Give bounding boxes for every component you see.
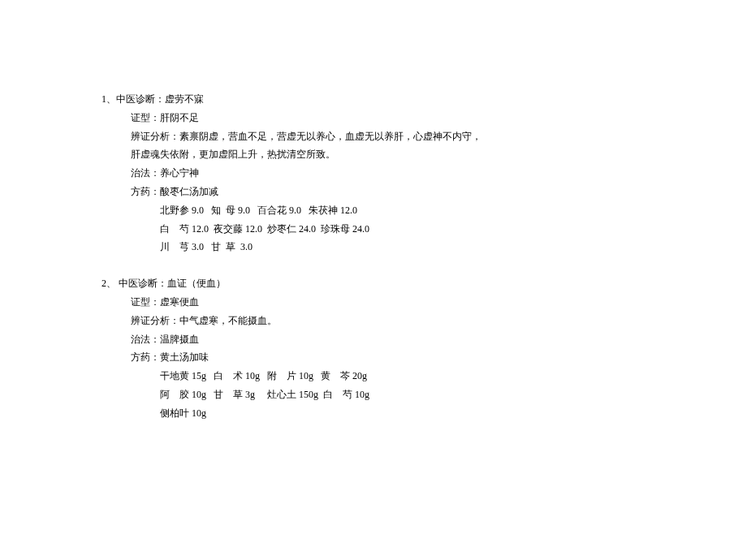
pattern-label: 证型：	[131, 112, 160, 123]
pattern-label: 证型：	[131, 296, 160, 308]
prescription-value: 黄土汤加味	[160, 351, 209, 363]
analysis-line: 辨证分析：素禀阴虚，营血不足，营虚无以养心，血虚无以养肝，心虚神不内守，	[101, 127, 747, 146]
diagnosis-line: 2、 中医诊断：血证（便血）	[101, 274, 747, 293]
diagnosis-label: 中医诊断：	[116, 278, 167, 289]
method-label: 治法：	[131, 167, 160, 179]
pattern-line: 证型：虚寒便血	[101, 293, 747, 312]
prescription-label: 方药：	[131, 351, 160, 363]
herb-line: 川 芎 3.0 甘 草 3.0	[101, 238, 747, 256]
analysis-label: 辨证分析：	[131, 315, 179, 326]
herb-line: 北野参 9.0 知 母 9.0 百合花 9.0 朱茯神 12.0	[101, 201, 747, 220]
case-number: 1、	[101, 93, 116, 105]
herb-line: 白 芍 12.0 夜交藤 12.0 炒枣仁 24.0 珍珠母 24.0	[101, 220, 747, 239]
analysis-value: 素禀阴虚，营血不足，营虚无以养心，血虚无以养肝，心虚神不内守，	[179, 131, 481, 142]
method-label: 治法：	[131, 334, 160, 345]
prescription-value: 酸枣仁汤加减	[160, 186, 218, 197]
method-value: 温脾摄血	[160, 334, 199, 345]
diagnosis-value: 虚劳不寐	[165, 93, 204, 105]
method-line: 治法：养心宁神	[101, 164, 747, 183]
case-2: 2、 中医诊断：血证（便血） 证型：虚寒便血 辨证分析：中气虚寒，不能摄血。 治…	[101, 274, 747, 422]
diagnosis-value: 血证（便血）	[167, 278, 226, 289]
analysis-line: 辨证分析：中气虚寒，不能摄血。	[101, 312, 747, 330]
pattern-value: 肝阴不足	[160, 112, 199, 123]
prescription-label: 方药：	[131, 186, 160, 197]
herb-line: 干地黄 15g 白 术 10g 附 片 10g 黄 芩 20g	[101, 367, 747, 386]
pattern-value: 虚寒便血	[160, 296, 199, 308]
prescription-line: 方药：酸枣仁汤加减	[101, 183, 747, 201]
case-1: 1、中医诊断：虚劳不寐 证型：肝阴不足 辨证分析：素禀阴虚，营血不足，营虚无以养…	[101, 90, 747, 256]
case-number: 2、	[101, 278, 116, 289]
analysis-value: 中气虚寒，不能摄血。	[179, 315, 277, 326]
herb-line: 侧柏叶 10g	[101, 404, 747, 423]
diagnosis-label: 中医诊断：	[116, 93, 165, 105]
analysis-label: 辨证分析：	[131, 131, 179, 142]
herb-line: 阿 胶 10g 甘 草 3g 灶心土 150g 白 芍 10g	[101, 386, 747, 404]
method-value: 养心宁神	[160, 167, 199, 179]
prescription-line: 方药：黄土汤加味	[101, 348, 747, 367]
method-line: 治法：温脾摄血	[101, 330, 747, 349]
diagnosis-line: 1、中医诊断：虚劳不寐	[101, 90, 747, 109]
analysis-continuation: 肝虚魂失依附，更加虚阳上升，热扰清空所致。	[101, 145, 747, 164]
pattern-line: 证型：肝阴不足	[101, 109, 747, 127]
